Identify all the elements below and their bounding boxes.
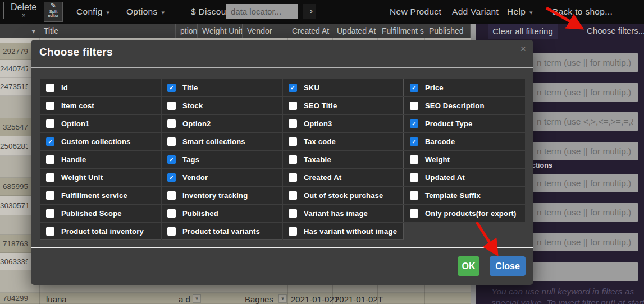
dropdown-icon[interactable]: ▾ [278, 294, 287, 303]
filter-option-barcode[interactable]: ✓Barcode [404, 133, 525, 150]
checkbox-unchecked-icon[interactable] [167, 227, 176, 236]
checkbox-unchecked-icon[interactable] [410, 102, 418, 110]
sort-mark-icon[interactable]: _ [280, 27, 284, 35]
filter-term-input[interactable] [532, 83, 638, 102]
checkbox-unchecked-icon[interactable] [289, 209, 297, 218]
checkbox-unchecked-icon[interactable] [46, 227, 54, 236]
filter-option-fulfillment-service[interactable]: Fulfillment service [40, 187, 161, 204]
delete-button[interactable]: Delete × [3, 2, 36, 19]
column-header-weight-unit[interactable]: Weight Unit [198, 24, 243, 38]
checkbox-unchecked-icon[interactable] [289, 173, 297, 182]
filter-option-sku[interactable]: ✓SKU [283, 79, 404, 96]
filter-option-weight[interactable]: Weight [404, 151, 525, 168]
filter-option-only-products-for-export-[interactable]: Only products(for export) [404, 205, 525, 222]
checkbox-unchecked-icon[interactable] [410, 209, 418, 218]
filter-option-option3[interactable]: Option3 [283, 115, 404, 132]
filter-option-published[interactable]: Published [162, 205, 282, 222]
filter-option-updated-at[interactable]: Updated At [404, 169, 525, 186]
split-editor-button[interactable]: ✎ Split editor [44, 2, 63, 22]
column-header-title[interactable]: Title_ [39, 24, 176, 38]
filter-term-input[interactable] [532, 142, 638, 160]
data-locator-go-button[interactable]: ⇒ [303, 4, 316, 19]
filter-option-tags[interactable]: ✓Tags [162, 151, 282, 168]
checkbox-unchecked-icon[interactable] [289, 119, 297, 128]
row-id-cell[interactable]: 325547 [0, 123, 28, 131]
filter-option-product-total-variants[interactable]: Product total variants [162, 223, 282, 240]
checkbox-unchecked-icon[interactable] [46, 155, 54, 164]
filter-term-input[interactable] [532, 262, 638, 281]
filter-option-inventory-tracking[interactable]: Inventory tracking [162, 187, 282, 204]
close-icon[interactable]: × [520, 43, 526, 55]
filter-option-option1[interactable]: Option1 [40, 115, 161, 132]
checkbox-unchecked-icon[interactable] [46, 209, 54, 218]
checkbox-unchecked-icon[interactable] [46, 102, 54, 110]
back-to-shop-button[interactable]: Back to shop... [552, 7, 613, 17]
checkbox-unchecked-icon[interactable] [289, 227, 297, 236]
checkbox-unchecked-icon[interactable] [410, 191, 418, 200]
checkbox-checked-icon[interactable]: ✓ [167, 155, 176, 164]
row-id-cell[interactable]: 2473515 [0, 82, 28, 91]
column-header-vendor[interactable]: Vendor_ [243, 24, 287, 38]
filter-option-taxable[interactable]: Taxable [283, 151, 404, 168]
new-product-button[interactable]: New Product [390, 7, 441, 17]
checkbox-checked-icon[interactable]: ✓ [410, 137, 418, 146]
column-header-created-at[interactable]: Created At [287, 24, 332, 38]
row-id-cell[interactable]: 292779 [0, 47, 28, 56]
filter-option-variant-has-image[interactable]: Variant has image [283, 205, 404, 222]
filter-option-id[interactable]: Id [40, 79, 161, 96]
checkbox-unchecked-icon[interactable] [46, 119, 54, 128]
column-header-fulfillment-se[interactable]: Fulfillment se [377, 24, 424, 38]
checkbox-unchecked-icon[interactable] [289, 191, 297, 200]
row-id-cell[interactable]: 2440747 [0, 65, 28, 73]
row-id-cell[interactable]: 2506283 [0, 142, 28, 150]
config-menu[interactable]: Config▾ [76, 7, 109, 17]
filter-term-input[interactable] [532, 203, 638, 222]
row-id-cell[interactable]: 3063339 [0, 257, 28, 266]
checkbox-unchecked-icon[interactable] [167, 191, 176, 200]
help-menu[interactable]: Help▾ [507, 7, 533, 17]
row-id-cell[interactable]: 3030571 [0, 201, 28, 210]
checkbox-unchecked-icon[interactable] [167, 209, 176, 218]
filter-option-option2[interactable]: Option2 [162, 115, 282, 132]
clear-all-filtering-button[interactable]: Clear all filtering [488, 24, 558, 39]
filter-option-product-total-inventory[interactable]: Product total inventory [40, 223, 161, 240]
filter-option-seo-description[interactable]: SEO Description [404, 97, 525, 114]
filter-option-price[interactable]: ✓Price [404, 79, 525, 96]
filter-option-smart-collections[interactable]: Smart collections [162, 133, 282, 150]
updated-at-cell[interactable]: 2021-01-02T [335, 294, 383, 304]
filter-option-weight-unit[interactable]: Weight Unit [40, 169, 161, 186]
checkbox-unchecked-icon[interactable] [46, 84, 54, 92]
add-variant-button[interactable]: Add Variant [452, 7, 499, 17]
checkbox-unchecked-icon[interactable] [289, 155, 297, 164]
filter-option-created-at[interactable]: Created At [283, 169, 404, 186]
ok-button[interactable]: OK [458, 256, 479, 276]
checkbox-checked-icon[interactable]: ✓ [167, 173, 176, 182]
filter-option-handle[interactable]: Handle [40, 151, 161, 168]
checkbox-unchecked-icon[interactable] [410, 173, 418, 182]
checkbox-unchecked-icon[interactable] [289, 137, 297, 146]
checkbox-checked-icon[interactable]: ✓ [410, 84, 418, 92]
checkbox-checked-icon[interactable]: ✓ [410, 119, 418, 128]
filter-option-out-of-stock-purchase[interactable]: Out of stock purchase [283, 187, 404, 204]
options-menu[interactable]: Options▾ [126, 7, 165, 17]
filter-option-template-suffix[interactable]: Template Suffix [404, 187, 525, 204]
checkbox-unchecked-icon[interactable] [289, 102, 297, 110]
filter-option-item-cost[interactable]: Item cost [40, 97, 161, 114]
filter-dropdown-icon[interactable]: ▾ [31, 27, 35, 35]
column-header-published[interactable]: Published [424, 24, 471, 38]
filter-option-title[interactable]: ✓Title [162, 79, 282, 96]
filter-option-has-variant-without-image[interactable]: Has variant without image [283, 223, 404, 240]
filter-option-vendor[interactable]: ✓Vendor [162, 169, 282, 186]
title-cell[interactable]: luana [46, 294, 67, 304]
checkbox-unchecked-icon[interactable] [46, 191, 54, 200]
checkbox-unchecked-icon[interactable] [167, 102, 176, 110]
checkbox-unchecked-icon[interactable] [167, 137, 176, 146]
filter-option-stock[interactable]: Stock [162, 97, 282, 114]
checkbox-checked-icon[interactable]: ✓ [289, 84, 297, 92]
dropdown-icon[interactable]: ▾ [193, 294, 201, 303]
sort-mark-icon[interactable]: _ [168, 27, 172, 35]
filter-option-published-scope[interactable]: Published Scope [40, 205, 161, 222]
filter-term-input[interactable] [532, 174, 638, 192]
filter-term-input[interactable] [532, 112, 638, 131]
checkbox-unchecked-icon[interactable] [167, 119, 176, 128]
